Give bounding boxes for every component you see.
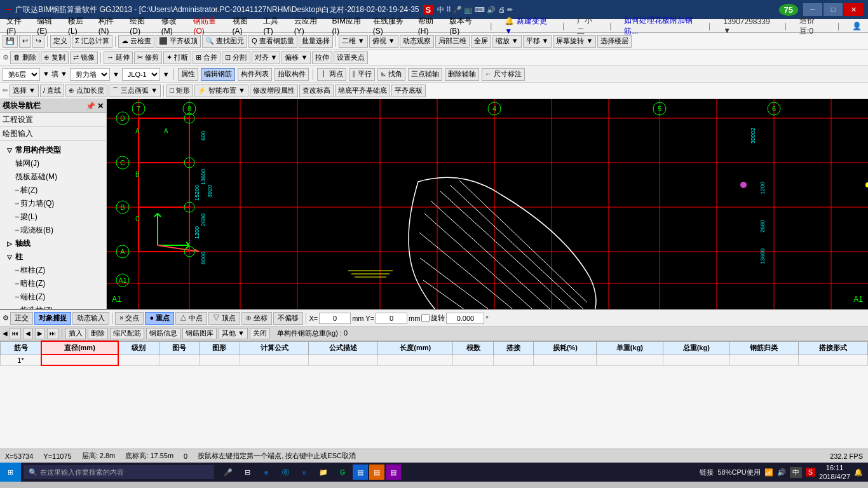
toolbar-undo[interactable]: ↩ <box>19 35 31 48</box>
toolbar-dimension[interactable]: ← 尺寸标注 <box>482 68 525 81</box>
nav-last[interactable]: ⏭ <box>47 328 58 339</box>
tray-speaker[interactable]: 🔊 <box>777 468 786 477</box>
nav-next[interactable]: ▶ <box>35 328 45 339</box>
toolbar-select-floor[interactable]: 选择楼层 <box>597 35 632 48</box>
menu-bim[interactable]: BIM应用(I) <box>329 15 369 37</box>
toolbar-align[interactable]: 对齐 ▼ <box>252 51 281 64</box>
toolbar-mirror[interactable]: ⇌ 镜像 <box>70 51 98 64</box>
toolbar-break[interactable]: ✦ 打断 <box>163 51 191 64</box>
wall-id-dropdown[interactable]: JLQ-1 <box>122 68 160 81</box>
toolbar-split[interactable]: ⊡ 分割 <box>222 51 250 64</box>
menu-help-text[interactable]: 如何处理花板附加钢筋... <box>620 14 700 38</box>
menu-file[interactable]: 文件(F) <box>3 15 33 37</box>
toolbar-batch[interactable]: 批量选择 <box>299 35 333 48</box>
notification-icon[interactable]: 🔔 <box>854 468 863 477</box>
menu-help[interactable]: 帮助(H) <box>414 15 445 37</box>
start-button[interactable]: ⊞ <box>0 463 21 482</box>
menu-version[interactable]: 版本号(B) <box>445 15 484 37</box>
menu-tools[interactable]: 工具(T) <box>259 15 290 37</box>
tree-shearwall[interactable]: ━ 剪力墙(Q) <box>0 197 106 210</box>
nav-delete[interactable]: 删除 <box>88 328 108 339</box>
tree-pile[interactable]: ━ 桩(Z) <box>0 184 106 197</box>
tree-end-col[interactable]: ━ 端柱(Z) <box>0 290 106 304</box>
tree-dark-col[interactable]: ━ 暗柱(Z) <box>0 277 106 290</box>
toolbar-select[interactable]: 选择 ▼ <box>10 85 39 97</box>
snap-midpoint[interactable]: △ 中点 <box>175 312 207 325</box>
snap-endpoint[interactable]: ▽ 顶点 <box>208 312 240 325</box>
tree-slab[interactable]: ━ 现浇板(B) <box>0 224 106 237</box>
toolbar-pan[interactable]: 平移 ▼ <box>523 35 552 48</box>
toolbar-rect[interactable]: □ 矩形 <box>166 85 193 97</box>
tray-ime[interactable]: 中 <box>790 467 802 478</box>
tree-frame-col[interactable]: ━ 框柱(Z) <box>0 264 106 277</box>
nav-prev[interactable]: ◀ <box>23 328 33 339</box>
resize-handle[interactable]: ◀ <box>3 330 8 337</box>
toolbar-zoom[interactable]: 缩放 ▼ <box>492 35 522 48</box>
x-input[interactable] <box>319 313 351 324</box>
tray-wifi[interactable]: 📶 <box>764 468 773 477</box>
toolbar-2d[interactable]: 二维 ▼ <box>339 35 368 48</box>
toolbar-delete[interactable]: 🗑 删除 <box>10 51 39 64</box>
menu-floor[interactable]: 楼层(L) <box>64 15 95 37</box>
toolbar-check-height[interactable]: 查改标高 <box>299 85 334 97</box>
snap-object[interactable]: 对象捕捉 <box>34 312 71 325</box>
toolbar-view-top[interactable]: 俯视 ▼ <box>369 35 398 48</box>
tree-common-types[interactable]: ▽常用构件类型 <box>0 144 106 157</box>
taskbar-icon-browser2[interactable]: ⓔ <box>276 463 294 481</box>
nav-insert[interactable]: 插入 <box>65 328 86 339</box>
toolbar-cloud[interactable]: ☁ 云检查 <box>118 35 154 48</box>
toolbar-edit-rebar[interactable]: 编辑钢筋 <box>201 68 235 81</box>
toolbar-view-rebar[interactable]: Q 查看钢筋量 <box>248 35 297 48</box>
toolbar-smart-place[interactable]: ⚡ 智能布置 ▼ <box>194 85 248 97</box>
taskbar-search[interactable]: 🔍 在这里输入你要搜索的内容 <box>24 465 214 479</box>
rebar-table-container[interactable]: 筋号 直径(mm) 级别 图号 图形 计算公式 公式描述 长度(mm) 根数 搭… <box>0 341 868 449</box>
menu-rebar[interactable]: 钢筋量(O) <box>189 15 228 37</box>
toolbar-offset[interactable]: 偏移 ▼ <box>281 51 311 64</box>
floor-dropdown[interactable]: 第6层 <box>3 68 40 81</box>
project-setup-btn[interactable]: 工程设置 <box>0 113 106 127</box>
toolbar-calculate[interactable]: Σ 汇总计算 <box>72 35 112 48</box>
toolbar-find[interactable]: 🔍 查找图元 <box>202 35 247 48</box>
toolbar-properties[interactable]: 属性 <box>178 68 198 81</box>
taskbar-icon-app1[interactable]: ▤ <box>353 464 368 480</box>
snap-ortho[interactable]: 正交 <box>10 312 33 325</box>
nav-close[interactable]: 关闭 <box>250 328 270 339</box>
menu-phone[interactable]: 13907298339 ▼ <box>719 16 776 36</box>
tree-axisnet[interactable]: 轴网(J) <box>0 157 106 170</box>
menu-draw[interactable]: 绘图(D) <box>126 15 157 37</box>
toolbar-merge[interactable]: ⊞ 合并 <box>193 51 220 64</box>
nav-other[interactable]: 其他 ▼ <box>219 328 248 339</box>
toolbar-component-list[interactable]: 构件列表 <box>238 68 272 81</box>
menu-edit[interactable]: 编辑(E) <box>33 15 64 37</box>
toolbar-floor-level[interactable]: ⬛ 平齐板顶 <box>156 35 201 48</box>
toolbar-two-point[interactable]: 丨 两点 <box>317 68 346 81</box>
toolbar-trim[interactable]: ✂ 修剪 <box>134 51 162 64</box>
toolbar-define[interactable]: 定义 <box>50 35 71 48</box>
toolbar-line[interactable]: / 直线 <box>40 85 64 97</box>
toolbar-point-length[interactable]: ⊕ 点加长度 <box>65 85 107 97</box>
toolbar-copy[interactable]: ⊕ 复制 <box>41 51 69 64</box>
tray-antivirus[interactable]: S <box>806 468 815 477</box>
nav-rebar-lib[interactable]: 钢筋图库 <box>182 328 217 339</box>
toolbar-del-axis[interactable]: 删除辅轴 <box>445 68 479 81</box>
table-row[interactable]: 1* <box>1 355 868 365</box>
menu-cloud[interactable]: 云应用(Y) <box>290 15 329 37</box>
toolbar-redo[interactable]: ↪ <box>32 35 44 48</box>
clock-display[interactable]: 16:11 2018/4/27 <box>819 463 850 482</box>
menu-new-change[interactable]: 🔔 新建变更 ▼ <box>501 15 553 37</box>
sidebar-pin-button[interactable]: 📌 ✕ <box>86 102 104 111</box>
toolbar-fullscreen[interactable]: 全屏 <box>471 35 491 48</box>
toolbar-pickup[interactable]: 抬取构件 <box>275 68 309 81</box>
toolbar-three-point-axis[interactable]: 三点辅轴 <box>408 68 442 81</box>
rotate-checkbox[interactable] <box>421 314 430 322</box>
menu-component[interactable]: 构件(N) <box>95 15 126 37</box>
taskbar-icon-ie[interactable]: e <box>257 463 275 481</box>
snap-center[interactable]: ● 重点 <box>145 312 174 325</box>
menu-modify[interactable]: 修改(M) <box>158 15 190 37</box>
taskbar-icon-app3[interactable]: ▤ <box>386 464 401 480</box>
taskbar-icon-cortana[interactable]: 🎤 <box>219 463 237 481</box>
tree-column[interactable]: ▽柱 <box>0 250 106 264</box>
toolbar-stretch[interactable]: 拉伸 <box>312 51 332 64</box>
wall-type-dropdown[interactable]: 剪力墙 <box>70 68 110 81</box>
toolbar-extend[interactable]: ↔ 延伸 <box>104 51 133 64</box>
